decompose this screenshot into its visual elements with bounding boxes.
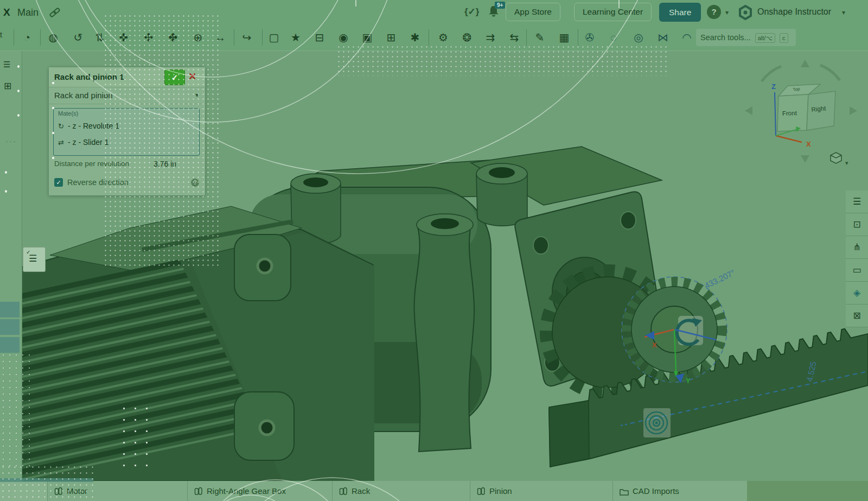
group-icon[interactable]: ▣ (357, 27, 378, 48)
undo-move-icon[interactable]: ↪ (237, 27, 257, 48)
mate-features-list-button[interactable]: ✓ ☰ (23, 247, 46, 272)
tab-pinion[interactable]: Pinion (470, 481, 612, 501)
app-store-button[interactable]: App Store (506, 3, 560, 21)
features-panel-button[interactable]: ☰ (846, 191, 868, 213)
tab-motor[interactable]: Motor (47, 481, 187, 501)
screw-relation-icon[interactable]: ⇆ (504, 27, 525, 48)
custom-tables-panel-button[interactable]: ⊠ (846, 305, 868, 327)
free-drag-icon[interactable]: ✣ (138, 27, 159, 48)
bill-of-materials-icon[interactable]: ▦ (554, 27, 575, 48)
linear-relation-icon[interactable]: ⇉ (480, 27, 501, 48)
measure-distance-icon[interactable]: ↔ (210, 27, 231, 48)
insert-icon[interactable]: ★ (285, 27, 306, 48)
interference-icon[interactable]: ⋈ (653, 27, 673, 48)
insert-document-icon[interactable]: ⊟ (309, 27, 330, 48)
animate-icon[interactable]: ◠ (676, 27, 697, 48)
search-tools-input[interactable]: Search tools... alt/⌥ c (696, 29, 796, 46)
revolute-mate-icon: ↻ (58, 119, 68, 134)
document-title[interactable]: X (3, 7, 10, 18)
translate-instance-icon[interactable]: ✜ (113, 27, 134, 48)
assembly-toolbar: t ◔◍↺⇅✜✣✤⊕↔↪▢★⊟◉▣⊞✱⚙❂⇉⇆✎▦✇◌◎⋈◠ Search to… (0, 25, 868, 51)
featurescript-icon[interactable]: {✓} (464, 6, 479, 17)
distance-label: Distance per revolution (54, 160, 129, 168)
rotate-instance-icon[interactable]: ⇅ (90, 27, 110, 48)
exploded-view-icon[interactable]: ✇ (579, 27, 600, 48)
section-views-panel-button[interactable]: ▭ (846, 259, 868, 282)
configuration-panel-button[interactable]: ⊡ (846, 213, 868, 236)
pattern-icon[interactable]: ⊞ (381, 27, 401, 48)
toolbar-separator (578, 29, 578, 46)
instances-list-icon[interactable]: ☰ (3, 60, 10, 69)
account-menu[interactable]: Onshape Instructor (757, 7, 831, 17)
selected-instance-cell[interactable] (0, 302, 20, 318)
explode-parts-icon[interactable]: ✱ (405, 27, 425, 48)
distance-value-input[interactable]: 3.76 in (154, 160, 176, 168)
move-to-origin-icon[interactable]: ⊕ (188, 27, 208, 48)
selected-instance-cell[interactable] (0, 319, 20, 335)
appearance-panel-button[interactable]: ◈ (846, 282, 868, 305)
overflow-icon[interactable]: ··· (5, 136, 17, 145)
help-icon[interactable]: ? (191, 179, 199, 187)
hide-others-icon[interactable]: ◍ (43, 27, 63, 48)
rack-mate-connector[interactable] (643, 408, 671, 437)
remove-mate-icon[interactable]: ✕ (189, 118, 195, 134)
versions-panel-button[interactable]: ⋔ (846, 236, 868, 259)
display-states-icon[interactable]: ◎ (628, 27, 649, 48)
mate-row[interactable]: ⇄- z - Slider 1 ✕ (58, 135, 195, 150)
viewcube-rotate-ccw[interactable] (762, 66, 781, 81)
mate-row[interactable]: ↻- z - Revolute 1 ✕ (58, 118, 195, 134)
pinion-axis-y-label: Y (686, 377, 691, 385)
share-button[interactable]: Share (659, 3, 701, 22)
remove-mate-icon[interactable]: ✕ (189, 135, 195, 150)
part-studio-icon (54, 487, 63, 496)
reverse-direction-checkbox[interactable]: ✓ (54, 178, 63, 187)
motor-model[interactable] (15, 206, 374, 481)
select-region-icon[interactable]: ▢ (264, 27, 284, 48)
relation-type-select[interactable]: Rack and pinion ▾ (49, 87, 205, 104)
accept-button[interactable]: ✓ (164, 69, 185, 85)
help-caret-icon[interactable]: ▾ (725, 9, 729, 16)
orbit-icon[interactable]: ↺ (68, 27, 88, 48)
workspace-name[interactable]: Main (17, 7, 39, 18)
view-history-icon[interactable]: ◔ (17, 27, 37, 48)
named-positions-icon[interactable]: ◌ (603, 27, 624, 48)
viewcube-arrow-right[interactable] (850, 106, 857, 115)
viewcube-arrow-up[interactable] (801, 60, 809, 67)
slider-mate-icon: ⇄ (58, 135, 68, 150)
mates-selection-box[interactable]: Mate(s) ↻- z - Revolute 1 ✕ ⇄- z - Slide… (53, 108, 200, 156)
search-placeholder: Search tools... (700, 33, 751, 42)
viewcube-axis-z-label: Z (771, 83, 776, 91)
viewcube-rotate-cw[interactable] (820, 65, 840, 80)
account-caret-icon[interactable]: ▾ (842, 9, 845, 16)
tab-cad-imports[interactable]: CAD Imports (612, 481, 747, 501)
notifications-badge: 9+ (495, 2, 505, 9)
origin-icon[interactable]: ⊞ (4, 80, 11, 92)
selected-instance-cell[interactable] (0, 337, 20, 353)
tab-rack[interactable]: Rack (332, 481, 470, 501)
rack-pinion-relation-icon[interactable]: ❂ (457, 27, 477, 48)
share-link-icon[interactable] (49, 7, 61, 21)
part-studio-icon (194, 487, 203, 496)
toolbar-separator (14, 29, 14, 46)
viewcube-top-label[interactable]: Top (793, 86, 801, 92)
standoff-post-model[interactable] (414, 226, 475, 452)
cancel-button[interactable]: ✕ (188, 71, 196, 83)
viewcube-arrow-down[interactable] (801, 155, 809, 163)
create-drawing-icon[interactable]: ✎ (529, 27, 550, 48)
tab-right-angle-gear-box[interactable]: Right-Angle Gear Box (187, 481, 332, 501)
reverse-direction-row: ✓ Reverse direction ? (54, 177, 200, 189)
snap-drag-icon[interactable]: ✤ (163, 27, 183, 48)
help-icon[interactable]: ? (707, 5, 721, 19)
left-panel-strip: ☰ ⊞ ··· (0, 50, 22, 481)
mate-icon[interactable]: ◉ (333, 27, 354, 48)
viewcube-front-label[interactable]: Front (782, 110, 797, 117)
gear-relation-icon[interactable]: ⚙ (433, 27, 454, 48)
view-cube[interactable]: Top Front Right Z X (745, 60, 857, 163)
rack-and-pinion-dialog: Rack and pinion 1 ✓ ✕ Rack and pinion ▾ … (49, 67, 205, 195)
learning-center-button[interactable]: Learning Center (574, 3, 652, 21)
view-mode-menu[interactable]: ▾ (829, 151, 848, 167)
viewcube-arrow-left[interactable] (745, 106, 752, 115)
angle-dimension-label[interactable]: 433.207° (703, 268, 737, 290)
clipped-tool-icon[interactable]: t (0, 30, 2, 39)
onshape-logo-icon[interactable] (738, 5, 753, 22)
